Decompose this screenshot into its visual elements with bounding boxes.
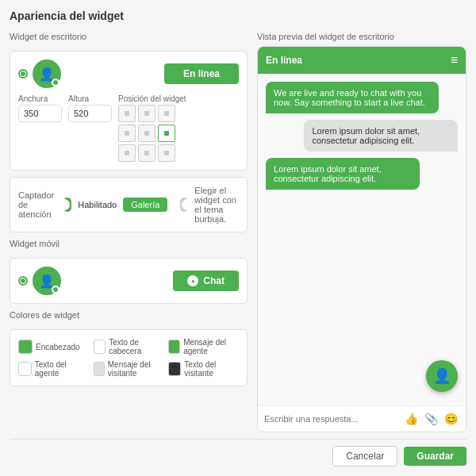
captador-label: Captador de atención [18, 190, 54, 219]
captador-toggle[interactable] [63, 198, 71, 212]
color-item-mensaje-visitante: Mensaje del visitante [94, 360, 164, 378]
pos-mc[interactable] [138, 125, 155, 142]
chat-body: We are live and ready to chat with you n… [258, 74, 466, 405]
fab-button[interactable]: 👤 [426, 360, 458, 392]
color-item-encabezado: Encabezado [18, 338, 89, 355]
color-item-texto-cabecera: Texto de cabecera [94, 338, 164, 355]
chat-button-label: Chat [203, 275, 225, 286]
position-label: Posición del widget [118, 94, 186, 103]
welcome-message: We are live and ready to chat with you n… [266, 82, 439, 113]
bubble-label: Elegir el widget con el tema burbuja. [194, 186, 239, 224]
chat-header: En línea ≡ [258, 47, 466, 74]
pos-bl[interactable] [118, 144, 136, 162]
online-dot [52, 79, 60, 86]
color-swatch-texto-cabecera[interactable] [94, 340, 106, 354]
colors-section-label: Colores de widget [10, 310, 248, 320]
gallery-button[interactable]: Galería [123, 198, 167, 212]
color-swatch-mensaje-visitante[interactable] [94, 362, 105, 376]
menu-icon[interactable]: ≡ [451, 53, 458, 67]
position-grid [118, 105, 186, 162]
color-item-texto-visitante: Texto del visitante [168, 360, 239, 378]
pos-bc[interactable] [138, 144, 155, 162]
width-label: Anchura [18, 94, 62, 103]
pos-tl[interactable] [118, 105, 136, 122]
emoji-icon[interactable]: 😊 [443, 411, 459, 427]
color-swatch-mensaje-agente[interactable] [168, 340, 180, 354]
chat-input-row: 👍 📎 😊 [258, 405, 466, 432]
page-title: Apariencia del widget [10, 10, 466, 22]
captador-card: Captador de atención Habilitado Galería … [10, 177, 248, 232]
color-swatch-texto-visitante[interactable] [168, 362, 181, 376]
bubble-toggle[interactable] [180, 198, 188, 212]
pos-br[interactable] [158, 144, 175, 162]
pos-mr[interactable] [158, 125, 175, 142]
mobile-radio-dot [18, 276, 28, 286]
save-button[interactable]: Guardar [404, 447, 466, 466]
mobile-widget-card: 👤 ● Chat [10, 258, 248, 304]
chat-button[interactable]: ● Chat [173, 271, 239, 291]
color-item-texto-agente: Texto del agente [18, 360, 89, 378]
agent-message: Lorem ipsum dolor sit amet, consectetur … [266, 158, 420, 190]
height-label: Altura [68, 94, 112, 103]
desktop-widget-section-label: Widget de escritorio [10, 32, 248, 41]
mobile-avatar: 👤 [33, 267, 61, 295]
habilitado-label: Habilitado [78, 200, 117, 209]
width-input[interactable] [18, 105, 62, 122]
visitor-message: Lorem ipsum dolor sit amet, consectetur … [304, 120, 458, 152]
radio-dot [18, 69, 28, 79]
color-swatch-encabezado[interactable] [18, 340, 33, 354]
chat-button-icon: ● [187, 275, 198, 286]
color-label-texto-visitante: Texto del visitante [184, 360, 239, 378]
chat-input[interactable] [264, 414, 400, 424]
like-icon[interactable]: 👍 [403, 411, 420, 427]
preview-label: Vista previa del widget de escritorio [257, 32, 466, 41]
online-button[interactable]: En línea [164, 63, 239, 84]
height-input[interactable] [68, 105, 112, 122]
chat-preview: En línea ≡ We are live and ready to chat… [257, 46, 466, 432]
mobile-online-dot [52, 286, 60, 294]
bottom-bar: Cancelar Guardar [10, 439, 466, 466]
colors-card: Encabezado Texto de cabecera Mensaje del… [10, 329, 248, 386]
mobile-widget-section-label: Widget móvil [10, 239, 248, 248]
pos-tr[interactable] [158, 105, 175, 122]
color-label-texto-agente: Texto del agente [35, 360, 89, 378]
pos-ml[interactable] [118, 125, 136, 142]
avatar-wrapper: 👤 [18, 60, 61, 88]
attach-icon[interactable]: 📎 [423, 411, 440, 427]
chat-header-title: En línea [266, 55, 302, 66]
color-label-mensaje-agente: Mensaje del agente [183, 338, 239, 355]
color-label-encabezado: Encabezado [36, 343, 80, 351]
avatar: 👤 [33, 60, 61, 88]
color-item-mensaje-agente: Mensaje del agente [168, 338, 239, 355]
mobile-avatar-wrapper: 👤 [18, 267, 61, 295]
color-swatch-texto-agente[interactable] [18, 362, 32, 376]
color-label-texto-cabecera: Texto de cabecera [109, 338, 163, 355]
cancel-button[interactable]: Cancelar [332, 446, 397, 466]
pos-tc[interactable] [138, 105, 155, 122]
color-label-mensaje-visitante: Mensaje del visitante [108, 360, 164, 378]
desktop-widget-card: 👤 En línea Anchura Altura [10, 51, 248, 171]
